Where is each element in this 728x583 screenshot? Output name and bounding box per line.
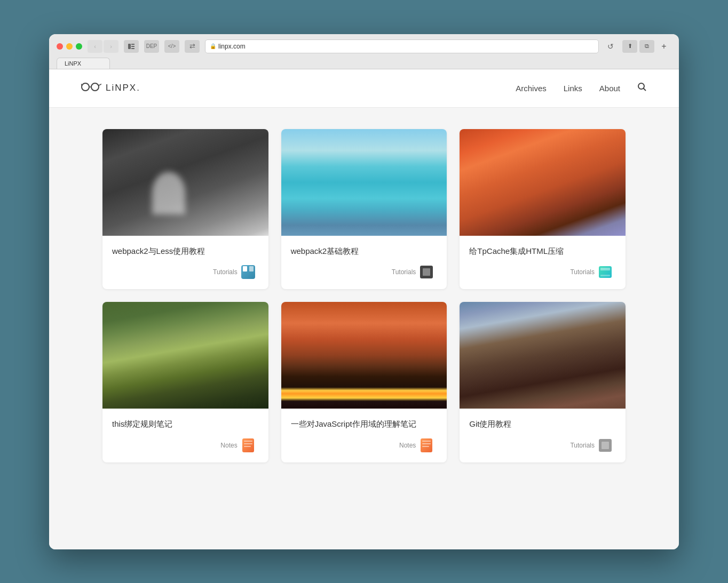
nav-buttons: ‹ › xyxy=(88,40,118,53)
card-item[interactable]: 给TpCache集成HTML压缩 Tutorials xyxy=(460,129,626,290)
svg-rect-3 xyxy=(131,48,134,49)
card-image xyxy=(102,129,268,236)
browser-actions: ⬆ ⧉ + xyxy=(622,40,671,53)
nav-about[interactable]: About xyxy=(599,84,620,93)
tutorials-cyan-icon xyxy=(599,266,612,278)
url-text: linpx.com xyxy=(218,43,246,50)
card-title: webpack2与Less使用教程 xyxy=(112,245,259,258)
tutorials-dark-icon xyxy=(420,266,433,278)
card-body: webpack2基础教程 Tutorials xyxy=(281,236,447,290)
source-btn[interactable]: </> xyxy=(164,40,179,53)
logo-text: LiNPX. xyxy=(106,83,140,93)
card-thumbnail xyxy=(102,302,268,409)
card-image xyxy=(281,302,447,409)
card-icon xyxy=(241,438,256,453)
site-nav: Archives Links About xyxy=(516,82,647,94)
site-header: LiNPX. Archives Links About xyxy=(49,69,679,108)
card-title: webpack2基础教程 xyxy=(291,245,438,258)
card-thumbnail xyxy=(460,129,626,236)
share-action-btn[interactable]: ⬆ xyxy=(622,40,637,53)
card-title: Git使用教程 xyxy=(469,418,616,430)
cards-grid: webpack2与Less使用教程 Tutorials webpack2基础教程… xyxy=(70,108,658,484)
card-icon xyxy=(419,265,434,279)
refresh-button[interactable]: ↺ xyxy=(604,40,617,53)
svg-point-4 xyxy=(82,83,89,91)
card-item[interactable]: Git使用教程 Tutorials xyxy=(460,302,626,462)
card-image xyxy=(281,129,447,236)
card-item[interactable]: 一些对JavaScript作用域的理解笔记 Notes xyxy=(281,302,447,462)
devtools-btn[interactable]: DEP xyxy=(144,40,159,53)
svg-rect-1 xyxy=(131,44,134,45)
active-tab[interactable]: LiNPX xyxy=(57,58,110,69)
card-icon xyxy=(241,265,256,279)
card-tag: Notes xyxy=(220,442,237,449)
card-footer: Notes xyxy=(291,438,438,456)
card-title: this绑定规则笔记 xyxy=(112,418,259,430)
notes-orange-icon xyxy=(421,438,432,452)
page-content: LiNPX. Archives Links About webpack2与Le xyxy=(49,69,679,549)
card-item[interactable]: this绑定规则笔记 Notes xyxy=(102,302,268,462)
nav-links[interactable]: Links xyxy=(564,84,582,93)
svg-point-6 xyxy=(638,83,644,89)
card-image xyxy=(102,302,268,409)
maximize-button[interactable] xyxy=(76,43,82,50)
card-item[interactable]: webpack2基础教程 Tutorials xyxy=(281,129,447,290)
card-item[interactable]: webpack2与Less使用教程 Tutorials xyxy=(102,129,268,290)
card-icon xyxy=(419,438,434,453)
card-image xyxy=(460,302,626,409)
svg-rect-2 xyxy=(131,46,134,47)
card-icon xyxy=(598,438,613,453)
svg-rect-0 xyxy=(128,44,131,49)
card-tag: Tutorials xyxy=(570,442,595,449)
tab-bar: LiNPX xyxy=(57,58,671,69)
browser-chrome: ‹ › DEP </> ⇄ 🔒 linpx.com ↺ xyxy=(49,34,679,69)
card-footer: Notes xyxy=(112,438,259,456)
site-logo[interactable]: LiNPX. xyxy=(81,81,140,95)
search-icon[interactable] xyxy=(637,82,647,94)
new-tab-btn[interactable]: + xyxy=(656,40,671,53)
share-btn[interactable]: ⇄ xyxy=(185,40,200,53)
back-button[interactable]: ‹ xyxy=(88,40,102,53)
tutorials-gray-icon xyxy=(599,439,612,452)
card-title: 一些对JavaScript作用域的理解笔记 xyxy=(291,418,438,430)
card-tag: Tutorials xyxy=(392,268,416,276)
forward-button[interactable]: › xyxy=(104,40,118,53)
lock-icon: 🔒 xyxy=(210,43,216,49)
logo-glasses-icon xyxy=(81,81,101,95)
card-body: webpack2与Less使用教程 Tutorials xyxy=(102,236,268,290)
svg-point-5 xyxy=(91,83,99,91)
address-bar[interactable]: 🔒 linpx.com xyxy=(205,39,599,53)
tab-label: LiNPX xyxy=(65,60,81,67)
card-image xyxy=(460,129,626,236)
card-body: this绑定规则笔记 Notes xyxy=(102,409,268,462)
card-tag: Notes xyxy=(399,442,416,449)
card-thumbnail xyxy=(281,302,447,409)
card-thumbnail xyxy=(460,302,626,409)
tutorials-multicolor-icon xyxy=(241,265,255,279)
svg-line-7 xyxy=(644,88,646,91)
card-icon xyxy=(598,265,613,279)
card-body: 一些对JavaScript作用域的理解笔记 Notes xyxy=(281,409,447,462)
card-footer: Tutorials xyxy=(112,265,259,283)
card-thumbnail xyxy=(102,129,268,236)
window-controls xyxy=(57,43,82,50)
card-footer: Tutorials xyxy=(469,438,616,456)
card-title: 给TpCache集成HTML压缩 xyxy=(469,245,616,258)
card-tag: Tutorials xyxy=(213,268,238,276)
new-tab-arrange-btn[interactable]: ⧉ xyxy=(639,40,654,53)
card-tag: Tutorials xyxy=(570,268,595,276)
card-footer: Tutorials xyxy=(291,265,438,283)
sidebar-button[interactable] xyxy=(124,40,139,53)
card-footer: Tutorials xyxy=(469,265,616,283)
minimize-button[interactable] xyxy=(66,43,73,50)
card-body: 给TpCache集成HTML压缩 Tutorials xyxy=(460,236,626,290)
notes-orange-icon xyxy=(242,438,254,452)
card-body: Git使用教程 Tutorials xyxy=(460,409,626,462)
close-button[interactable] xyxy=(57,43,63,50)
nav-archives[interactable]: Archives xyxy=(516,84,547,93)
browser-window: ‹ › DEP </> ⇄ 🔒 linpx.com ↺ xyxy=(49,34,679,549)
card-thumbnail xyxy=(281,129,447,236)
